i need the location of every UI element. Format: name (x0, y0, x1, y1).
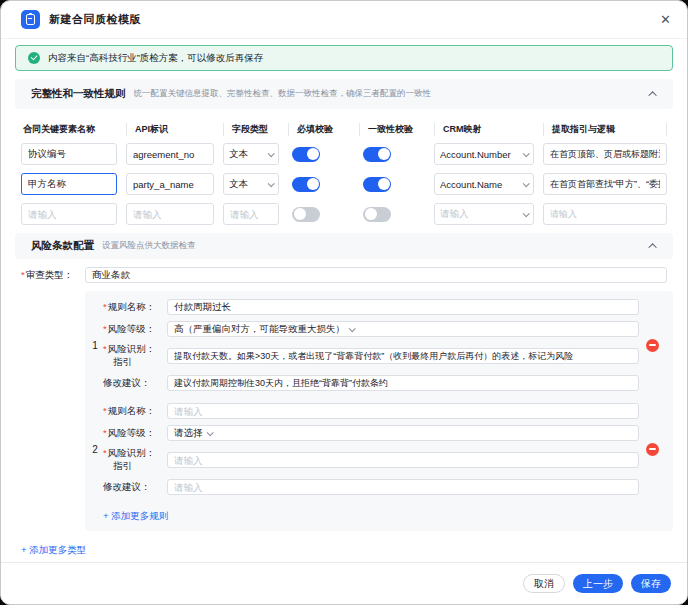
cancel-button[interactable]: 取消 (523, 574, 565, 593)
risk-section-subtitle: 设置风险点供大数据检查 (102, 240, 196, 252)
col-header-type: 字段类型 (223, 123, 279, 136)
key-elements-table: 合同关键要素名称 API标识 字段类型 必填校验 一致性校验 CRM映射 提取指… (15, 119, 673, 225)
table-row: 文本 Account.Name (15, 173, 673, 195)
risk-level-label: *风险等级： (103, 427, 167, 440)
consistency-toggle[interactable] (363, 177, 391, 192)
integrity-section-header: 完整性和一致性规则 统一配置关键信息提取、完整性检查、数据一致性检查，确保三者配… (15, 79, 673, 109)
remove-rule-button[interactable] (646, 339, 659, 352)
source-info-banner: 内容来自“高科技行业”质检方案，可以修改后再保存 (15, 45, 673, 71)
required-mark: * (21, 269, 25, 280)
col-header-consistency: 一致性校验 (359, 123, 425, 136)
dialog-title: 新建合同质检模版 (49, 12, 141, 27)
rule-index: 1 (89, 340, 101, 351)
risk-section-header: 风险条款配置 设置风险点供大数据检查 (15, 233, 673, 259)
consistency-toggle[interactable] (363, 207, 391, 222)
rule-name-label: *规则名称： (103, 301, 167, 314)
col-header-name: 合同关键要素名称 (21, 123, 117, 136)
rule-block: 1 *规则名称： *风险等级： 高（严重偏向对方，可能导致重大损失） (89, 299, 665, 391)
extract-guide-input[interactable] (543, 143, 667, 165)
crm-mapping-select[interactable]: Account.Name (434, 173, 534, 195)
rule-index: 2 (89, 444, 101, 455)
review-type-row: *审查类型： (21, 267, 667, 283)
field-type-select[interactable]: 文本 (223, 143, 279, 165)
field-type-select[interactable]: 文本 (223, 173, 279, 195)
collapse-chevron-icon[interactable] (648, 91, 656, 99)
element-name-input[interactable] (21, 203, 117, 225)
review-type-label: *审查类型： (21, 269, 85, 282)
consistency-toggle[interactable] (363, 147, 391, 162)
dialog-body: 内容来自“高科技行业”质检方案，可以修改后再保存 完整性和一致性规则 统一配置关… (1, 39, 687, 562)
field-type-input[interactable] (223, 203, 279, 225)
risk-section-title: 风险条款配置 (31, 239, 94, 253)
risk-level-select[interactable]: 高（严重偏向对方，可能导致重大损失） (167, 321, 639, 337)
suggestion-input[interactable] (167, 375, 639, 391)
element-name-input[interactable] (21, 173, 117, 195)
add-type-link[interactable]: + 添加更多类型 (21, 544, 86, 557)
risk-guide-input[interactable] (167, 348, 639, 364)
integrity-section-subtitle: 统一配置关键信息提取、完整性检查、数据一致性检查，确保三者配置的一致性 (134, 88, 432, 100)
rule-block: 2 *规则名称： *风险等级： 请选择 *风险识别：指引 (89, 403, 665, 495)
integrity-section-title: 完整性和一致性规则 (31, 87, 126, 101)
api-id-input[interactable] (126, 173, 214, 195)
risk-guide-label: *风险识别：指引 (103, 343, 167, 369)
extract-guide-input[interactable] (543, 173, 667, 195)
required-toggle[interactable] (292, 207, 320, 222)
save-button[interactable]: 保存 (631, 574, 671, 593)
col-header-api: API标识 (126, 123, 214, 136)
chevron-down-icon (268, 180, 275, 187)
dialog-header: 新建合同质检模版 ✕ (1, 1, 687, 39)
collapse-chevron-icon[interactable] (648, 243, 656, 251)
chevron-down-icon (523, 180, 530, 187)
template-icon (21, 10, 40, 29)
col-header-required: 必填校验 (288, 123, 350, 136)
chevron-down-icon (268, 150, 275, 157)
rule-name-label: *规则名称： (103, 405, 167, 418)
col-header-guide: 提取指引与逻辑 (543, 123, 667, 136)
col-header-crm: CRM映射 (434, 123, 534, 136)
rule-name-input[interactable] (167, 403, 639, 419)
suggestion-input[interactable] (167, 479, 639, 495)
dialog-footer: 取消 上一步 保存 (1, 562, 687, 604)
remove-rule-button[interactable] (646, 443, 659, 456)
risk-level-select[interactable]: 请选择 (167, 425, 639, 441)
api-id-input[interactable] (126, 143, 214, 165)
risk-guide-label: *风险识别：指引 (103, 447, 167, 473)
prev-step-button[interactable]: 上一步 (573, 574, 623, 593)
success-check-icon (28, 52, 40, 64)
table-row: 请输入 (15, 203, 673, 225)
suggestion-label: 修改建议： (103, 377, 167, 390)
rule-name-input[interactable] (167, 299, 639, 315)
suggestion-label: 修改建议： (103, 481, 167, 494)
close-icon[interactable]: ✕ (660, 13, 671, 26)
risk-level-label: *风险等级： (103, 323, 167, 336)
banner-message: 内容来自“高科技行业”质检方案，可以修改后再保存 (48, 52, 263, 65)
chevron-down-icon (523, 150, 530, 157)
element-name-input[interactable] (21, 143, 117, 165)
review-type-input[interactable] (85, 267, 667, 283)
crm-mapping-select[interactable]: 请输入 (434, 203, 534, 225)
chevron-down-icon (206, 429, 213, 436)
extract-guide-input[interactable] (543, 203, 667, 225)
required-toggle[interactable] (292, 177, 320, 192)
table-row: 文本 Account.Number (15, 143, 673, 165)
required-toggle[interactable] (292, 147, 320, 162)
table-header-row: 合同关键要素名称 API标识 字段类型 必填校验 一致性校验 CRM映射 提取指… (15, 119, 673, 139)
api-id-input[interactable] (126, 203, 214, 225)
add-rule-link[interactable]: + 添加更多规则 (103, 510, 168, 523)
crm-mapping-select[interactable]: Account.Number (434, 143, 534, 165)
new-contract-qc-template-dialog: 新建合同质检模版 ✕ 内容来自“高科技行业”质检方案，可以修改后再保存 完整性和… (0, 0, 688, 605)
risk-guide-input[interactable] (167, 452, 639, 468)
chevron-down-icon (349, 325, 356, 332)
chevron-down-icon (523, 210, 530, 217)
rules-panel: 1 *规则名称： *风险等级： 高（严重偏向对方，可能导致重大损失） (85, 291, 673, 531)
